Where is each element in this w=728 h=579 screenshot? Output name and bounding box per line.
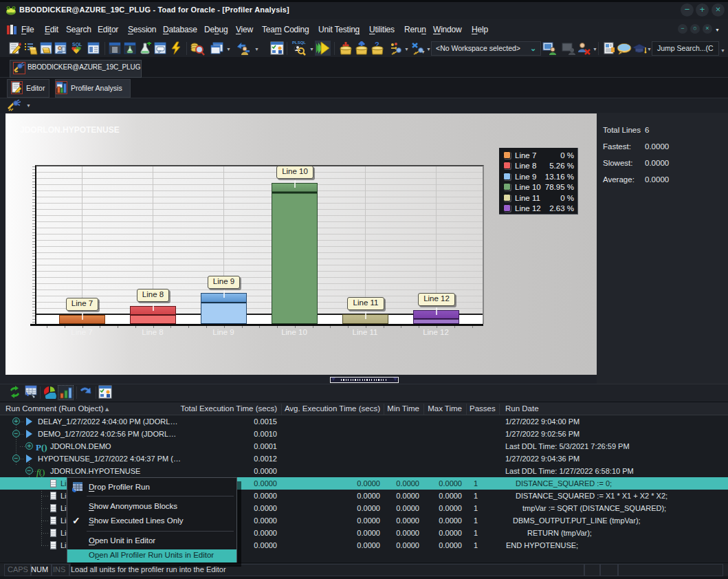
svg-text:PLSQL: PLSQL [292, 41, 306, 45]
svg-text:SQL: SQL [72, 42, 82, 47]
